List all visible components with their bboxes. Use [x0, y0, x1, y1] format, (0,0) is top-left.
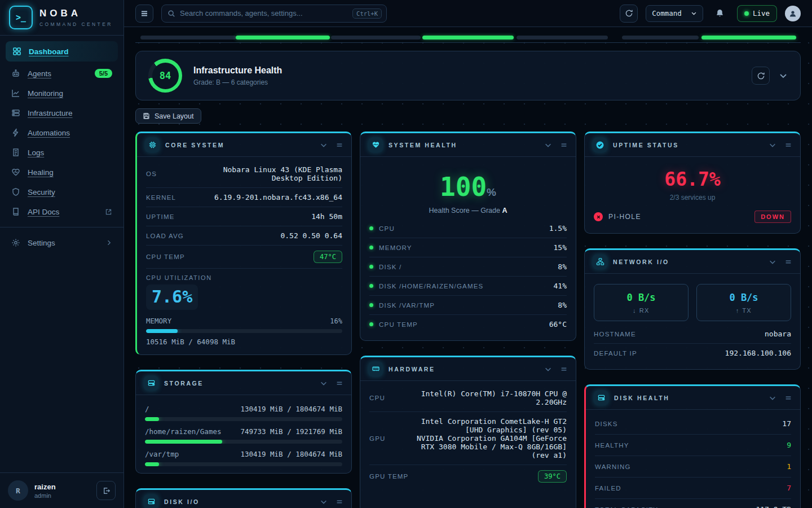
grade-prefix: Health Score — Grade	[429, 207, 502, 214]
drag-handle-icon[interactable]	[784, 258, 792, 266]
row-label: KERNEL	[146, 194, 176, 201]
service-name: PI-HOLE	[608, 213, 641, 221]
sidebar-item-label: Automations	[28, 129, 70, 137]
rx-value: 0 B/s	[594, 292, 688, 303]
live-status-badge[interactable]: Live	[737, 5, 777, 22]
collapse-chevron-icon[interactable]	[769, 258, 776, 266]
sidebar-divider	[0, 227, 123, 227]
clipped-progress-strip	[135, 34, 801, 43]
book-icon	[11, 207, 20, 216]
sidebar-item-settings[interactable]: Settings	[0, 233, 123, 252]
mode-dropdown[interactable]: Command	[646, 5, 703, 22]
user-avatar-button[interactable]	[785, 6, 801, 21]
collapse-chevron-icon[interactable]	[544, 141, 552, 149]
mount-progress-bar	[145, 440, 342, 444]
row-value: 17	[782, 419, 791, 428]
ip-value: 192.168.100.106	[725, 349, 791, 357]
hamburger-icon	[140, 9, 149, 18]
app-root: >_ NOBA COMMAND CENTER Dashboard Agents …	[0, 0, 812, 508]
sidebar-item-automations[interactable]: Automations	[0, 123, 123, 142]
memory-label: MEMORY	[146, 317, 171, 325]
save-layout-label: Save Layout	[155, 112, 194, 120]
hdd-icon	[594, 391, 608, 405]
dashboard-content: 84 Infrastructure Health Grade: B — 6 ca…	[124, 27, 812, 508]
banner-title: Infrastructure Health	[193, 65, 282, 76]
cpu-temp-badge: 47°C	[314, 251, 342, 263]
drag-handle-icon[interactable]	[784, 394, 792, 402]
rx-box: 0 B/s ↓ RX	[594, 284, 689, 321]
drag-handle-icon[interactable]	[560, 141, 568, 149]
sidebar-item-monitoring[interactable]: Monitoring	[0, 84, 123, 103]
mount-row: /130419 MiB / 1804674 MiB	[145, 405, 342, 421]
collapse-chevron-icon[interactable]	[320, 379, 328, 387]
notifications-button[interactable]	[711, 5, 729, 23]
live-label: Live	[753, 9, 770, 17]
mount-row: /home/raizen/Games749733 MiB / 1921769 M…	[145, 427, 342, 444]
sidebar-item-healing[interactable]: Healing	[0, 163, 123, 182]
drag-handle-icon[interactable]	[784, 141, 792, 149]
row-value: Nobara Linux 43 (KDE Plasma Desktop Edit…	[191, 165, 342, 182]
sidebar-item-security[interactable]: Security	[0, 182, 123, 202]
collapse-chevron-icon[interactable]	[320, 498, 328, 506]
search-shortcut-badge: Ctrl+K	[352, 8, 382, 19]
check-circle-icon	[593, 138, 607, 152]
sidebar-item-logs[interactable]: Logs	[0, 143, 123, 162]
banner-actions	[752, 67, 788, 85]
memory-detail: 10516 MiB / 64098 MiB	[146, 338, 342, 346]
row-label: CPU TEMP	[146, 253, 185, 260]
banner-subtitle: Grade: B — 6 categories	[193, 78, 282, 86]
sidebar-item-infrastructure[interactable]: Infrastructure	[0, 103, 123, 122]
main-area: Ctrl+K Command	[124, 0, 812, 508]
health-score: 100% Health Score — Grade A	[369, 160, 567, 219]
collapse-chevron-icon[interactable]	[769, 394, 776, 402]
sidebar-item-api-docs[interactable]: API Docs	[0, 202, 123, 221]
cpu-utilization-label: CPU UTILIZATION	[146, 274, 342, 281]
row-value: 41%	[554, 282, 567, 290]
refresh-button[interactable]	[620, 5, 638, 23]
live-dot	[744, 11, 749, 16]
row-label: DEFAULT IP	[594, 350, 637, 357]
card-header: STORAGE	[136, 371, 351, 395]
drag-handle-icon[interactable]	[560, 365, 568, 373]
mini-progress-segment	[422, 36, 514, 40]
card-header: UPTIME STATUS	[585, 133, 800, 157]
drag-handle-icon[interactable]	[336, 379, 343, 387]
banner-collapse-button[interactable]	[779, 71, 788, 80]
card-title: CORE SYSTEM	[165, 142, 224, 148]
card-body: 0 B/s ↓ RX 0 B/s ↑ TX HOSTNAMEnobara DEF…	[585, 274, 800, 369]
collapse-chevron-icon[interactable]	[544, 365, 552, 373]
mount-path: /	[145, 405, 149, 413]
mount-usage: 130419 MiB / 1804674 MiB	[240, 450, 342, 458]
sidebar-item-dashboard[interactable]: Dashboard	[6, 41, 118, 62]
card-body: DISKS17 HEALTHY9 WARNING1 FAILED7 TOTAL …	[586, 410, 800, 508]
save-layout-button[interactable]: Save Layout	[135, 108, 201, 124]
user-initial-avatar: R	[8, 480, 28, 501]
mini-progress-segment	[517, 36, 608, 40]
chevron-down-icon	[691, 10, 697, 16]
menu-button[interactable]	[135, 5, 153, 23]
card-header: HARDWARE	[360, 357, 576, 381]
row-value: 8%	[558, 262, 567, 271]
drag-handle-icon[interactable]	[336, 141, 343, 149]
drag-handle-icon[interactable]	[336, 498, 343, 506]
robot-icon	[11, 69, 20, 78]
banner-refresh-button[interactable]	[752, 67, 770, 85]
logout-button[interactable]	[96, 481, 116, 500]
memory-progress-bar	[146, 329, 342, 333]
card-body: CPUIntel(R) Core(TM) i7-10870H CPU @ 2.2…	[360, 381, 576, 494]
hdd-icon	[144, 376, 158, 391]
collapse-chevron-icon[interactable]	[769, 141, 776, 149]
mount-usage: 749733 MiB / 1921769 MiB	[240, 427, 342, 436]
hostname-value: nobara	[765, 330, 791, 338]
agents-count-badge: 5/5	[95, 69, 112, 78]
sidebar-item-agents[interactable]: Agents 5/5	[0, 64, 123, 83]
collapse-chevron-icon[interactable]	[320, 141, 328, 149]
search-input[interactable]	[180, 9, 348, 17]
row-value: 9	[787, 441, 791, 449]
service-down-badge[interactable]: DOWN	[754, 211, 791, 223]
sidebar-user: R raizen admin	[0, 472, 123, 508]
brand-name: NOBA	[39, 8, 113, 19]
card-title: NETWORK I/O	[613, 259, 669, 265]
sidebar-nav: Dashboard Agents 5/5 Monitoring Infrast	[0, 36, 123, 472]
card-header: NETWORK I/O	[585, 250, 800, 274]
